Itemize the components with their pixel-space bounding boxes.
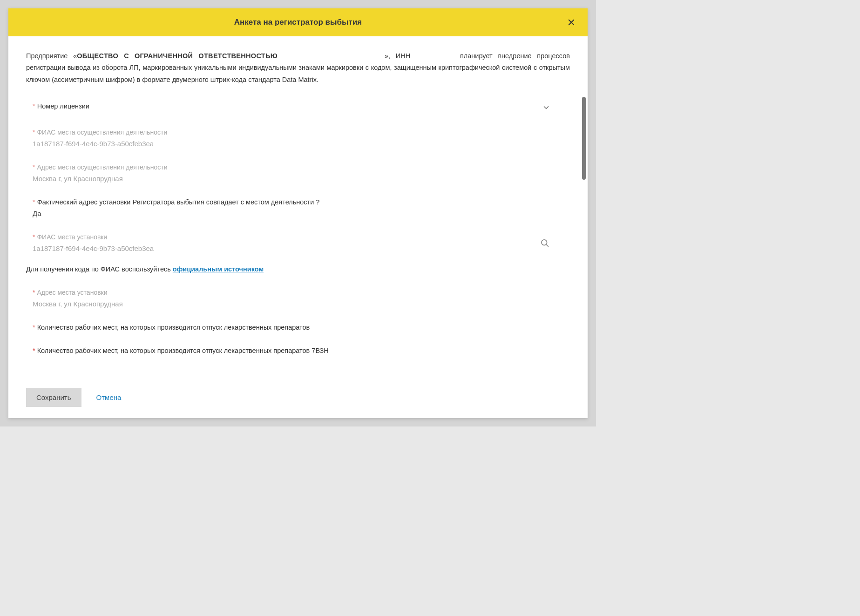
company-name: ОБЩЕСТВО С ОГРАНИЧЕННОЙ ОТВЕТСТВЕННОСТЬЮ — [77, 52, 278, 60]
modal-title: Анкета на регистратор выбытия — [234, 18, 362, 27]
workplaces-label: *Количество рабочих мест, на которых про… — [33, 324, 570, 331]
fias-install-label: *ФИАС места установки — [33, 233, 539, 241]
fias-activity-label: *ФИАС места осуществления деятельности — [33, 129, 570, 136]
fias-install-value: 1a187187-f694-4e4c-9b73-a50cfeb3ea — [33, 244, 539, 252]
fias-activity-value: 1a187187-f694-4e4c-9b73-a50cfeb3ea — [33, 139, 570, 148]
modal-body: Предприятие «ОБЩЕСТВО С ОГРАНИЧЕННОЙ ОТВ… — [8, 36, 588, 379]
intro-prefix: Предприятие « — [26, 52, 77, 60]
field-fias-install: *ФИАС места установки 1a187187-f694-4e4c… — [26, 233, 570, 252]
modal-dialog: Анкета на регистратор выбытия Предприяти… — [8, 8, 588, 418]
modal-header: Анкета на регистратор выбытия — [8, 8, 588, 36]
license-label: *Номер лицензии — [33, 102, 89, 110]
license-dropdown[interactable]: *Номер лицензии — [33, 102, 570, 113]
field-license: *Номер лицензии — [26, 102, 570, 113]
scrollbar-thumb[interactable] — [582, 97, 586, 180]
field-workplaces-7vzn: *Количество рабочих мест, на которых про… — [26, 347, 570, 354]
address-activity-label: *Адрес места осуществления деятельности — [33, 163, 570, 171]
address-install-label: *Адрес места установки — [33, 289, 570, 296]
search-icon — [540, 238, 549, 248]
same-address-label: *Фактический адрес установки Регистратор… — [33, 198, 570, 206]
workplaces-7vzn-label: *Количество рабочих мест, на которых про… — [33, 347, 570, 354]
chevron-down-icon — [542, 103, 550, 112]
svg-line-3 — [546, 244, 549, 247]
fias-search-button[interactable] — [539, 237, 550, 249]
intro-mid: », ИНН — [385, 52, 410, 60]
fias-hint-text: Для получения кода по ФИАС воспользуйтес… — [26, 265, 173, 273]
field-workplaces: *Количество рабочих мест, на которых про… — [26, 324, 570, 331]
close-button[interactable] — [566, 17, 576, 27]
field-same-address: *Фактический адрес установки Регистратор… — [26, 198, 570, 217]
modal-footer: Сохранить Отмена — [8, 379, 588, 418]
address-activity-value: Москва г, ул Краснопрудная — [33, 174, 570, 183]
same-address-value[interactable]: Да — [33, 209, 570, 217]
intro-paragraph: Предприятие «ОБЩЕСТВО С ОГРАНИЧЕННОЙ ОТВ… — [26, 50, 570, 86]
cancel-button[interactable]: Отмена — [96, 393, 122, 401]
fias-hint-link[interactable]: официальным источником — [173, 265, 264, 273]
address-install-value: Москва г, ул Краснопрудная — [33, 299, 570, 308]
field-address-activity: *Адрес места осуществления деятельности … — [26, 163, 570, 183]
field-address-install: *Адрес места установки Москва г, ул Крас… — [26, 289, 570, 308]
fias-hint: Для получения кода по ФИАС воспользуйтес… — [26, 265, 570, 273]
close-icon — [567, 18, 576, 27]
field-fias-activity: *ФИАС места осуществления деятельности 1… — [26, 129, 570, 148]
save-button[interactable]: Сохранить — [26, 388, 81, 407]
